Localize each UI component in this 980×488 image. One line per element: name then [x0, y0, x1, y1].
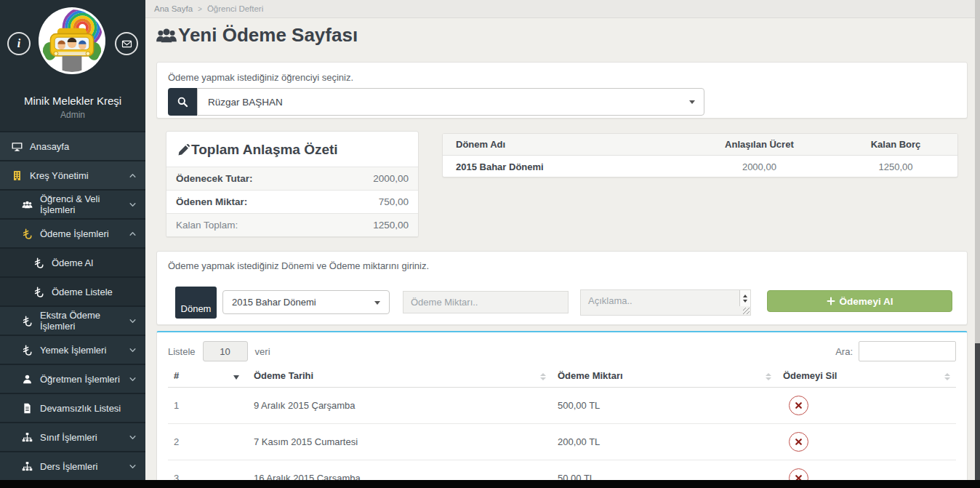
caret-down-icon [374, 301, 380, 305]
datatable-controls: Listele 10 veri Ara: [168, 332, 956, 366]
building-icon [12, 170, 23, 181]
sidebar-item-odeme-al[interactable]: Ödeme Al [0, 247, 145, 276]
sidebar-item-sinif-islemleri[interactable]: Sınıf İşlemleri [0, 422, 145, 451]
period-table-header: Dönem Adı Anlaşılan Ücret Kalan Borç [443, 134, 957, 156]
sort-icon [540, 373, 546, 380]
lira-icon [33, 287, 44, 297]
col-kalan-borc: Kalan Borç [834, 139, 957, 150]
breadcrumb-separator: > [198, 5, 202, 13]
search-label: Ara: [835, 346, 853, 357]
sidebar: i [0, 0, 145, 488]
lira-icon [22, 228, 33, 239]
sidebar-item-kres-yonetimi[interactable]: Kreş Yönetimi [0, 160, 145, 189]
user-role: Admin [0, 110, 145, 120]
summary-row-odenecek-tutar: Ödenecek Tutar: 2000,00 [166, 167, 418, 190]
scrollbar-thumb[interactable] [975, 343, 980, 480]
table-row: 2 7 Kasım 2015 Cumartesi 200,00 TL [168, 424, 956, 460]
search-control: Ara: [835, 341, 956, 361]
length-suffix: veri [255, 346, 270, 357]
agreement-summary-panel: Toplam Anlaşma Özeti Ödenecek Tutar: 200… [166, 131, 419, 237]
summary-title: Toplam Anlaşma Özeti [166, 132, 418, 167]
breadcrumb-home[interactable]: Ana Sayfa [154, 4, 193, 13]
sidebar-item-ogrenci-veli-islemleri[interactable]: Öğrenci & Veli İşlemleri [0, 189, 145, 218]
table-row: 1 9 Aralık 2015 Çarşamba 500,00 TL [168, 388, 956, 424]
plus-icon [827, 297, 835, 305]
period-addon-label: Dönem [175, 287, 217, 319]
period-table-panel: Dönem Adı Anlaşılan Ücret Kalan Borç 201… [442, 133, 958, 177]
chevron-down-icon [129, 201, 137, 209]
sidebar-item-ogretmen-islemleri[interactable]: Öğretmen İşlemleri [0, 364, 145, 393]
sitemap-icon [22, 432, 33, 443]
row-num: 1 [168, 388, 248, 424]
file-icon [22, 403, 33, 414]
breadcrumb-current: Öğrenci Defteri [207, 4, 263, 13]
page-title: Yeni Ödeme Sayfası [156, 24, 358, 47]
note-textarea[interactable] [580, 289, 751, 316]
delete-payment-button[interactable] [789, 432, 808, 452]
length-label: Listele [168, 346, 196, 357]
col-odeme-tarihi[interactable]: Ödeme Tarihi [248, 366, 552, 388]
org-avatar[interactable] [39, 7, 105, 74]
sidebar-item-anasayfa[interactable]: Anasayfa [0, 131, 145, 160]
delete-payment-button[interactable] [789, 396, 808, 415]
row-delete-cell [777, 388, 956, 424]
sidebar-item-ekstra-odeme-islemleri[interactable]: Ekstra Ödeme İşlemleri [0, 305, 145, 335]
student-select-label: Ödeme yapmak istediğiniz öğrenciyi seçin… [168, 72, 956, 83]
resize-grip-icon[interactable] [743, 308, 750, 314]
messages-button[interactable] [115, 32, 138, 55]
chevron-down-icon [129, 346, 137, 354]
chevron-down-icon [129, 463, 137, 471]
sort-icon [766, 373, 771, 380]
payments-table: # Ödeme Tarihi Ödeme Miktarı Ödemey [168, 366, 956, 488]
sort-icon [944, 373, 950, 380]
payment-form-panel: Ödeme yapmak istediğiniz Dönemi ve Ödeme… [156, 251, 968, 325]
period-select[interactable]: 2015 Bahar Dönemi [222, 290, 390, 314]
period-name: 2015 Bahar Dönemi [443, 161, 685, 172]
take-payment-button[interactable]: Ödemeyi Al [767, 290, 952, 312]
period-table-row: 2015 Bahar Dönemi 2000,00 1250,00 [443, 156, 957, 177]
x-icon [795, 438, 803, 446]
row-num: 2 [168, 424, 248, 460]
row-date: 7 Kasım 2015 Cumartesi [248, 424, 552, 460]
length-control: Listele 10 veri [168, 341, 270, 361]
row-amount: 200,00 TL [552, 424, 777, 460]
period-select-value: 2015 Bahar Dönemi [232, 297, 316, 308]
window-bottom-edge [0, 480, 980, 488]
chevron-down-icon [129, 433, 137, 441]
user-icon [22, 374, 33, 385]
sidebar-item-odeme-listele[interactable]: Ödeme Listele [0, 276, 145, 305]
chevron-up-icon [129, 230, 137, 238]
length-select[interactable]: 10 [203, 341, 248, 361]
sidebar-item-yemek-islemleri[interactable]: Yemek İşlemleri [0, 335, 145, 364]
student-select[interactable]: Rüzgar BAŞHAN [197, 88, 704, 116]
search-input[interactable] [859, 341, 956, 361]
chevron-down-icon [129, 375, 137, 383]
app-window: i [0, 0, 980, 488]
spinner-arrows-icon[interactable] [739, 290, 750, 306]
col-odeme-miktari[interactable]: Ödeme Miktarı [552, 366, 777, 388]
sidebar-item-odeme-islemleri[interactable]: Ödeme İşlemleri [0, 218, 145, 247]
lira-icon [22, 345, 33, 356]
school-bus-logo-icon [41, 9, 103, 72]
lira-icon [33, 257, 44, 268]
student-search-addon[interactable] [168, 88, 197, 116]
users-icon [156, 25, 177, 47]
col-odemeyi-sil[interactable]: Ödemeyi Sil [777, 366, 956, 388]
payment-amount-input[interactable] [403, 291, 569, 313]
payment-form-label: Ödeme yapmak istediğiniz Dönemi ve Ödeme… [168, 260, 956, 271]
monitor-icon [12, 141, 23, 152]
summary-row-kalan-toplam: Kalan Toplam: 1250,00 [166, 213, 418, 236]
sidebar-item-ders-islemleri[interactable]: Ders İşlemleri [0, 451, 145, 480]
caret-down-icon [689, 100, 695, 104]
payments-table-panel: Listele 10 veri Ara: # [156, 331, 968, 488]
info-button[interactable]: i [7, 32, 31, 55]
sort-desc-icon [233, 375, 239, 380]
sidebar-item-devamsizlik-listesi[interactable]: Devamsızlık Listesi [0, 393, 145, 422]
lira-icon [22, 316, 33, 327]
col-num[interactable]: # [168, 366, 248, 388]
sidebar-menu: Anasayfa Kreş Yönetimi Öğrenci & Veli İş… [0, 131, 145, 480]
period-remaining: 1250,00 [834, 161, 957, 172]
summary-row-odenen-miktar: Ödenen Miktar: 750,00 [166, 190, 418, 213]
chevron-down-icon [129, 317, 137, 325]
row-delete-cell [777, 424, 956, 460]
